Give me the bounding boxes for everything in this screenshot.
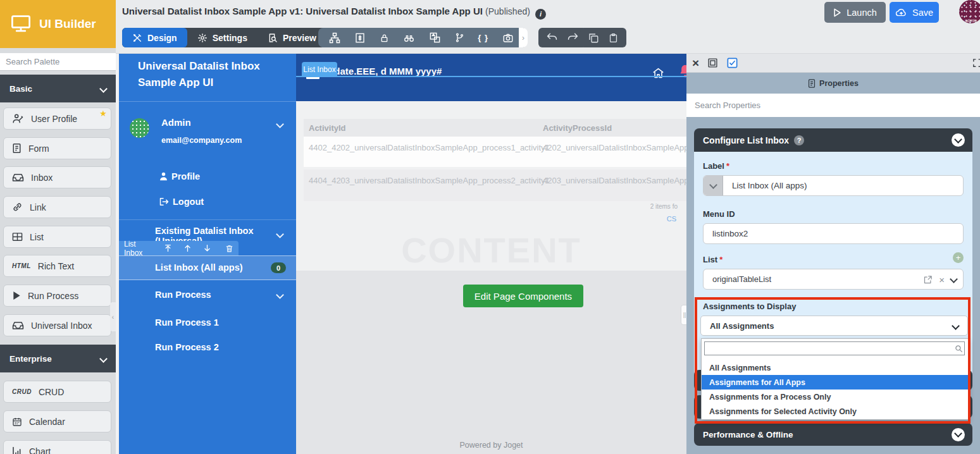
avatar[interactable]: admin bbox=[959, 0, 980, 23]
toolbar-more-button[interactable]: › bbox=[519, 28, 528, 47]
table-header-row bbox=[304, 119, 686, 137]
palette-item-chart[interactable]: Chart bbox=[3, 440, 111, 454]
palette-item-user-profile[interactable]: User Profile ★ bbox=[3, 107, 111, 130]
clear-icon[interactable]: × bbox=[939, 274, 945, 285]
palette-collapse-handle[interactable]: ‹ bbox=[110, 302, 116, 331]
palette-item-link[interactable]: Link bbox=[3, 196, 111, 218]
palette-search-input[interactable] bbox=[0, 53, 116, 71]
palette-item-universal-inbox[interactable]: Universal Inbox bbox=[3, 314, 111, 336]
palette-section-basic[interactable]: Basic bbox=[0, 75, 116, 102]
delete-icon[interactable] bbox=[225, 244, 233, 253]
collapse-chevron-icon[interactable] bbox=[952, 133, 965, 147]
chevron-down-icon bbox=[99, 85, 108, 93]
launch-button[interactable]: Launch bbox=[824, 2, 886, 23]
dropdown-option-all-assignments[interactable]: All Assignments bbox=[702, 360, 969, 375]
dropdown-option-assignments-for-a-process-only[interactable]: Assignments for a Process Only bbox=[702, 390, 969, 404]
chevron-down-icon bbox=[99, 355, 108, 363]
tab-preview[interactable]: Preview bbox=[257, 28, 326, 47]
chevron-down-icon[interactable] bbox=[276, 120, 284, 128]
move-top-icon[interactable] bbox=[164, 244, 172, 252]
palette-item-run-process[interactable]: Run Process bbox=[3, 285, 111, 307]
add-list-icon[interactable]: + bbox=[953, 252, 964, 263]
table-row bbox=[304, 169, 686, 201]
logout-icon bbox=[159, 197, 169, 206]
tab-settings[interactable]: Settings bbox=[187, 28, 257, 47]
palette-section-enterprise[interactable]: Enterprise bbox=[0, 345, 116, 372]
page-title: Universal Datalist Inbox Sample App v1: … bbox=[122, 6, 546, 20]
properties-toolbar: × bbox=[686, 54, 980, 73]
preview-app-title: Universal Datalist Inbox Sample App UI bbox=[138, 58, 283, 92]
info-icon[interactable]: i bbox=[535, 9, 546, 20]
chevron-down-icon[interactable] bbox=[276, 230, 284, 238]
avatar-label: admin bbox=[959, 18, 980, 23]
form-structure-icon[interactable] bbox=[354, 32, 366, 44]
list-field-input[interactable]: originalTableList × bbox=[703, 269, 964, 290]
sitemap-icon[interactable] bbox=[328, 32, 341, 44]
undo-redo-group bbox=[538, 28, 586, 47]
table-cell: 4202_universalDatalistInboxSampleApp_ bbox=[543, 143, 686, 152]
calendar-icon bbox=[12, 417, 22, 427]
external-link-icon[interactable] bbox=[923, 275, 933, 285]
collapse-chevron-icon[interactable] bbox=[952, 428, 965, 441]
braces-icon[interactable]: { } bbox=[478, 33, 488, 42]
git-branch-icon[interactable] bbox=[454, 32, 465, 44]
menu-item-profile[interactable]: Profile bbox=[159, 171, 200, 181]
preview-canvas: #date.EEE, d MMM yyyy# List Inbox Activi… bbox=[296, 54, 686, 454]
redo-icon[interactable] bbox=[567, 32, 579, 43]
selected-element-tag[interactable]: List Inbox bbox=[302, 62, 337, 77]
translate-icon[interactable] bbox=[429, 32, 441, 44]
performance-section-header[interactable]: Performance & Offline bbox=[694, 423, 972, 446]
dropdown-option-assignments-for-all-apps[interactable]: Assignments for All Apps bbox=[702, 375, 969, 390]
chevron-right-icon: › bbox=[522, 34, 524, 42]
list-field-label: List* bbox=[703, 255, 723, 264]
table-items-count: 2 items fo bbox=[650, 203, 678, 210]
csv-export-link[interactable]: CS bbox=[667, 215, 676, 223]
preview-magnifier-icon bbox=[268, 33, 278, 43]
move-up-icon[interactable] bbox=[183, 244, 192, 252]
chevron-down-icon[interactable] bbox=[276, 291, 284, 299]
binoculars-icon[interactable] bbox=[402, 32, 416, 44]
palette-item-inbox[interactable]: Inbox bbox=[3, 166, 111, 188]
sidebar-item-list-inbox-all-apps[interactable]: List Inbox (All apps) 0 bbox=[119, 255, 296, 280]
save-button[interactable]: Save bbox=[890, 2, 939, 23]
lock-icon[interactable] bbox=[379, 32, 390, 44]
chevron-down-icon[interactable] bbox=[950, 275, 958, 283]
palette-item-rich-text[interactable]: HTML Rich Text bbox=[3, 255, 111, 277]
window-panel-icon[interactable] bbox=[707, 58, 718, 68]
palette-item-list[interactable]: List bbox=[3, 226, 111, 248]
tab-design[interactable]: Design bbox=[122, 28, 187, 47]
preview-header bbox=[296, 54, 686, 101]
fullscreen-icon[interactable] bbox=[972, 58, 980, 68]
divider bbox=[119, 219, 296, 220]
palette-item-crud[interactable]: CRUD CRUD bbox=[3, 381, 111, 403]
field-options-button[interactable] bbox=[704, 176, 723, 195]
menu-item-logout[interactable]: Logout bbox=[159, 197, 204, 207]
close-icon[interactable]: × bbox=[692, 57, 699, 69]
move-down-icon[interactable] bbox=[203, 244, 211, 252]
divider bbox=[119, 101, 296, 102]
edit-page-components-button[interactable]: Edit Page Components bbox=[463, 285, 583, 307]
assignments-select[interactable]: All Assignments bbox=[700, 316, 968, 336]
configure-section-header[interactable]: Configure List Inbox ? bbox=[694, 128, 972, 152]
inbox-icon bbox=[12, 173, 24, 182]
properties-search-input[interactable] bbox=[686, 94, 980, 117]
panel-resize-handle[interactable]: || bbox=[681, 305, 686, 325]
undo-icon[interactable] bbox=[546, 32, 558, 43]
camera-icon[interactable] bbox=[502, 32, 514, 44]
dropdown-option-assignments-for-selected-activity-only[interactable]: Assignments for Selected Activity Only bbox=[702, 404, 969, 419]
copy-icon[interactable] bbox=[588, 32, 599, 44]
sidebar-item-run-process-1[interactable]: Run Process 1 bbox=[155, 317, 219, 328]
palette-item-calendar[interactable]: Calendar bbox=[3, 410, 111, 433]
table-icon bbox=[12, 232, 23, 242]
paste-icon[interactable] bbox=[608, 32, 619, 44]
checkbox-checked-icon[interactable] bbox=[726, 57, 738, 69]
powered-by-footer: Powered by Joget bbox=[296, 441, 686, 450]
palette-item-form[interactable]: Form bbox=[3, 137, 111, 159]
dropdown-search-input[interactable] bbox=[704, 341, 965, 355]
label-field-input[interactable]: List Inbox (All apps) bbox=[703, 175, 964, 196]
help-icon[interactable]: ? bbox=[794, 135, 804, 145]
sidebar-item-run-process[interactable]: Run Process bbox=[155, 290, 211, 300]
count-badge: 0 bbox=[271, 262, 286, 273]
sidebar-item-run-process-2[interactable]: Run Process 2 bbox=[155, 342, 219, 352]
menu-id-field-input[interactable]: listinbox2 bbox=[703, 223, 964, 244]
